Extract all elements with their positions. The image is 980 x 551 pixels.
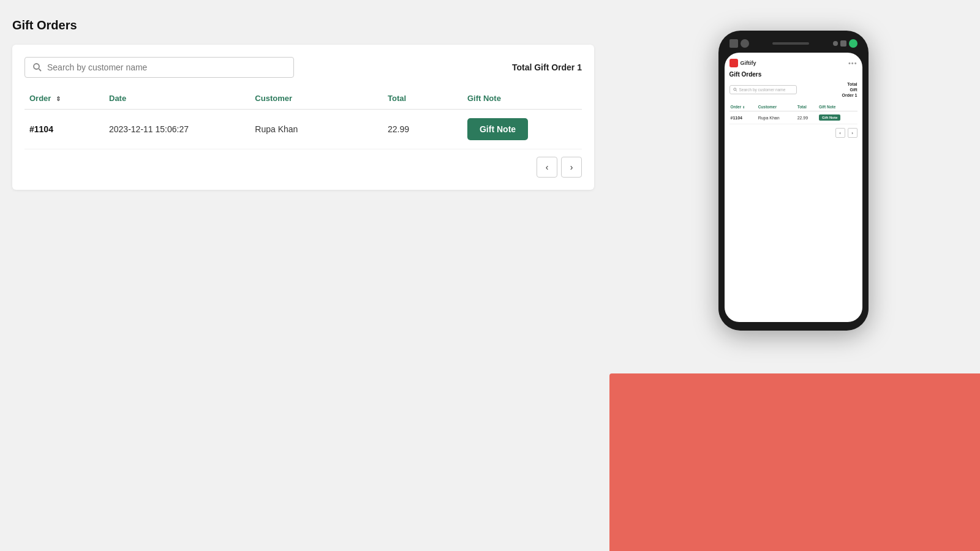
phone-app-name: Giftify — [741, 60, 756, 66]
search-box-container — [24, 57, 294, 78]
phone-section-title: Gift Orders — [729, 71, 858, 78]
phone-search-box: Search by customer name — [729, 85, 797, 94]
svg-rect-2 — [731, 61, 736, 66]
main-panel: Gift Orders Total Gift Order 1 Order ⇕ — [0, 0, 606, 551]
col-gift-note: Gift Note — [462, 88, 582, 110]
phone-search-icon — [733, 88, 737, 92]
phone-cell-total: 22.99 — [796, 111, 818, 124]
phone-pagination: ‹ › — [729, 124, 858, 138]
phone-next-button[interactable]: › — [848, 128, 858, 138]
svg-line-4 — [736, 91, 737, 92]
col-date: Date — [104, 88, 250, 110]
svg-line-1 — [39, 69, 42, 72]
chevron-right-icon: › — [570, 162, 573, 172]
pagination: ‹ › — [24, 149, 582, 178]
phone-orders-table: Order ⇕ Customer Total Gift Note #1104 R… — [729, 103, 858, 124]
phone-dot-icon — [833, 41, 838, 46]
phone-bell-icon — [840, 40, 846, 47]
phone-right-icons — [833, 39, 858, 48]
phone-notch — [772, 42, 809, 45]
gift-note-button[interactable]: Gift Note — [467, 118, 528, 140]
phone-search-icon-small — [741, 39, 749, 48]
phone-gift-note-button[interactable]: Gift Note — [819, 114, 840, 121]
phone-table-row: #1104 Rupa Khan 22.99 Gift Note — [729, 111, 858, 124]
phone-app-icon — [729, 59, 738, 67]
pagination-prev-button[interactable]: ‹ — [537, 157, 557, 178]
phone-status-green — [849, 39, 858, 48]
svg-point-3 — [733, 88, 736, 91]
content-card: Total Gift Order 1 Order ⇕ Date Customer… — [12, 45, 594, 190]
phone-col-order: Order ⇕ — [729, 103, 757, 111]
phone-cell-customer: Rupa Khan — [757, 111, 796, 124]
phone-mockup: Giftify ••• Gift Orders Search by custom… — [718, 31, 869, 331]
svg-point-0 — [34, 64, 39, 69]
toolbar: Total Gift Order 1 — [24, 57, 582, 78]
right-panel: Giftify ••• Gift Orders Search by custom… — [606, 0, 980, 551]
phone-col-total: Total — [796, 103, 818, 111]
phone-prev-button[interactable]: ‹ — [835, 128, 845, 138]
phone-app-header: Giftify ••• — [729, 59, 858, 67]
phone-cell-gift-note: Gift Note — [818, 111, 858, 124]
phone-screen: Giftify ••• Gift Orders Search by custom… — [725, 53, 862, 322]
table-header-row: Order ⇕ Date Customer Total Gift Note — [24, 88, 582, 110]
phone-search-row: Search by customer name TotalGiftOrder 1 — [729, 81, 858, 98]
orders-table: Order ⇕ Date Customer Total Gift Note #1… — [24, 88, 582, 149]
col-customer: Customer — [250, 88, 383, 110]
sort-icon: ⇕ — [56, 96, 61, 102]
cell-gift-note: Gift Note — [462, 110, 582, 149]
cell-total: 22.99 — [383, 110, 462, 149]
phone-total-label: TotalGiftOrder 1 — [842, 81, 858, 98]
phone-more-dots: ••• — [848, 59, 858, 67]
cell-order: #1104 — [24, 110, 104, 149]
cell-customer: Rupa Khan — [250, 110, 383, 149]
phone-menu-icon — [729, 39, 738, 48]
chevron-left-icon: ‹ — [546, 162, 549, 172]
search-icon — [32, 62, 42, 72]
page-title: Gift Orders — [12, 18, 594, 32]
cell-date: 2023-12-11 15:06:27 — [104, 110, 250, 149]
phone-table-header: Order ⇕ Customer Total Gift Note — [729, 103, 858, 111]
phone-col-customer: Customer — [757, 103, 796, 111]
red-decorative-block — [609, 373, 980, 551]
total-gift-order-label: Total Gift Order 1 — [512, 62, 582, 72]
col-order: Order ⇕ — [24, 88, 104, 110]
phone-left-icons — [729, 39, 749, 48]
phone-cell-order: #1104 — [729, 111, 757, 124]
phone-search-placeholder: Search by customer name — [739, 88, 786, 92]
phone-col-gift-note: Gift Note — [818, 103, 858, 111]
pagination-next-button[interactable]: › — [561, 157, 582, 178]
phone-status-bar — [725, 39, 862, 53]
search-input[interactable] — [47, 62, 286, 72]
col-total: Total — [383, 88, 462, 110]
table-row: #1104 2023-12-11 15:06:27 Rupa Khan 22.9… — [24, 110, 582, 149]
